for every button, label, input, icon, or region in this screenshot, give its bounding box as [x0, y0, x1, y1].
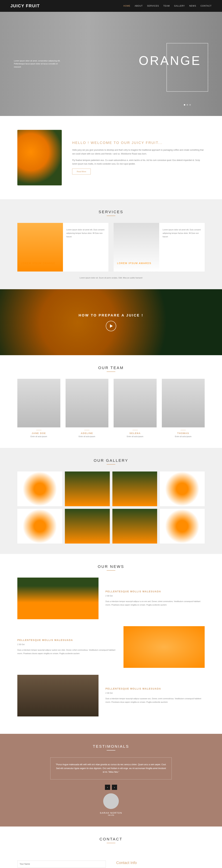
nav-gallery[interactable]: GALLERY [174, 5, 185, 7]
nav-contact[interactable]: CONTACT [200, 5, 212, 7]
video-title: HOW TO PREPARE A JUICE ! [78, 313, 144, 317]
news-item-3: PELLENTESQUE MOLLIS MALESUADA2 30 OctDui… [17, 675, 205, 716]
team-img [17, 379, 60, 427]
services-section: SERVICES LOREM IPSUM ORANGE Lorem ipsum … [0, 199, 222, 289]
logo[interactable]: JUICY FRUIT [10, 3, 40, 8]
gallery-item[interactable] [113, 471, 157, 506]
service-text-1: Lorem ipsum dolor sit amet elit. Duis co… [63, 223, 108, 272]
news-item-2: PELLENTESQUE MOLLIS MALESUADA2 30 OctDui… [17, 626, 205, 668]
gallery-item[interactable] [65, 509, 110, 544]
title-underline [107, 372, 115, 372]
gallery-item[interactable] [160, 509, 205, 544]
title-underline [107, 843, 115, 843]
news-title: OUR NEWS [17, 564, 205, 569]
team-member-3: SELENAEnim sit acta ipsum [114, 379, 157, 437]
team-section: OUR TEAM JANE DOEEnim sit acta ipsum ADE… [0, 355, 222, 448]
play-button[interactable] [106, 321, 116, 331]
team-title: OUR TEAM [17, 366, 205, 370]
main-nav: HOME ABOUT SERVICES TEAM GALLERY NEWS CO… [124, 5, 212, 7]
nav-team[interactable]: TEAM [163, 5, 170, 7]
dot-2[interactable] [187, 104, 188, 105]
gallery-item[interactable] [160, 471, 205, 506]
gallery-title: OUR GALLERY [17, 458, 205, 463]
header: JUICY FRUIT HOME ABOUT SERVICES TEAM GAL… [0, 0, 222, 12]
contact-info-title: Contact Info [116, 861, 205, 865]
nav-news[interactable]: NEWS [189, 5, 196, 7]
news-image [17, 578, 98, 619]
team-member-1: JANE DOEEnim sit acta ipsum [17, 379, 60, 437]
gallery-item[interactable] [113, 509, 157, 544]
next-arrow[interactable]: › [112, 785, 117, 790]
contact-form: SEND [17, 861, 106, 868]
team-member-2: ADELINEEnim sit acta ipsum [66, 379, 108, 437]
news-section: OUR NEWS PELLENTESQUE MOLLIS MALESUADA2 … [0, 554, 222, 734]
video-section: HOW TO PREPARE A JUICE ! [0, 289, 222, 355]
gallery-item[interactable] [17, 509, 62, 544]
hero-caption: Lorem ipsum dolor sit amet, consectetur … [14, 59, 62, 69]
welcome-section: HELLO ! WELCOME TO OUR JUICY FRUIT... He… [0, 116, 222, 199]
welcome-p2: Fly fixative tempore patientem eus. Cu u… [72, 158, 205, 166]
welcome-image [17, 130, 62, 185]
news-item-1: PELLENTESQUE MOLLIS MALESUADA2 30 OctDui… [17, 578, 205, 619]
contact-title: CONTACT [0, 837, 222, 841]
testimonial-name: SARAH NORTON [17, 812, 205, 814]
testimonial-avatar [103, 793, 119, 809]
testimonials-section: TESTIMONIALS "Purus Augue malesuada elit… [0, 734, 222, 827]
services-title: SERVICES [17, 210, 205, 214]
dot-3[interactable] [189, 104, 191, 105]
team-img [66, 379, 108, 427]
service-card-1: LOREM IPSUM ORANGE Lorem ipsum dolor sit… [17, 223, 108, 272]
title-underline [107, 216, 115, 216]
testimonials-title: TESTIMONIALS [17, 744, 205, 749]
service-image-1: LOREM IPSUM ORANGE [17, 223, 63, 272]
hero-title: ORANGE [139, 54, 201, 68]
welcome-p1: Hello juicy we you give yourselves to de… [72, 148, 205, 156]
gallery-item[interactable] [17, 471, 62, 506]
welcome-content: HELLO ! WELCOME TO OUR JUICY FRUIT... He… [72, 141, 205, 174]
gallery-section: OUR GALLERY [0, 448, 222, 554]
title-underline [107, 570, 115, 570]
nav-home[interactable]: HOME [124, 5, 130, 7]
nav-about[interactable]: ABOUT [135, 5, 143, 7]
news-image [124, 626, 205, 668]
service-image-2: LOREM IPSUM AWARDS [114, 223, 159, 272]
news-image [17, 675, 98, 716]
slider-dots [184, 104, 191, 105]
contact-info: Contact Info Lorem ipsum dolor sit amet,… [116, 861, 205, 868]
nav-services[interactable]: SERVICES [147, 5, 159, 7]
prev-arrow[interactable]: ‹ [105, 785, 110, 790]
welcome-title: HELLO ! WELCOME TO OUR JUICY FRUIT... [72, 141, 205, 145]
team-img [114, 379, 157, 427]
title-underline [107, 464, 115, 465]
service-card-2: LOREM IPSUM AWARDS Lorem ipsum dolor sit… [114, 223, 205, 272]
services-footer: Lorem ipsum dolor sit. Scum sit porro sc… [17, 277, 205, 279]
gallery-item[interactable] [65, 471, 110, 506]
testimonial-quote: "Purus Augue malesuada elit velit velit … [50, 757, 172, 779]
team-member-4: THOMASEnim sit acta ipsum [162, 379, 205, 437]
dot-1[interactable] [184, 104, 185, 105]
title-underline [107, 750, 115, 750]
read-more-button[interactable]: Read More [72, 168, 91, 175]
team-img [162, 379, 205, 427]
contact-section: SEND Contact Info Lorem ipsum dolor sit … [0, 850, 222, 868]
service-text-2: Lorem ipsum dolor sit amet elit. Duis co… [159, 223, 205, 272]
name-input[interactable] [17, 861, 106, 867]
testimonial-role: ntw orta [17, 814, 205, 816]
hero-section: Lorem ipsum dolor sit amet, consectetur … [0, 12, 222, 116]
